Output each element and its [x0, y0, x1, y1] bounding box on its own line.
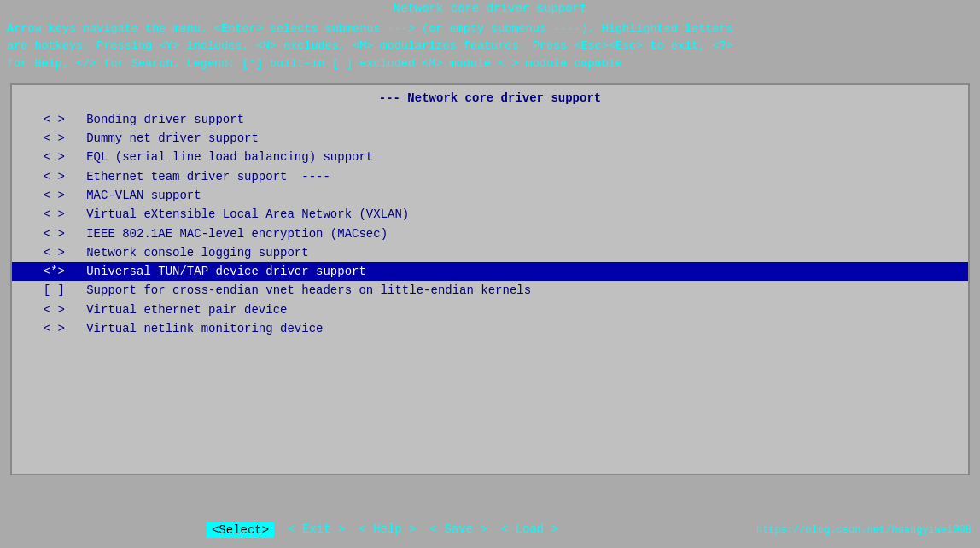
- select-button[interactable]: <Select>: [207, 522, 274, 538]
- menu-item[interactable]: < > Bonding driver support: [12, 110, 968, 129]
- exit-button[interactable]: < Exit >: [288, 522, 345, 538]
- menu-item[interactable]: < > Virtual eXtensible Local Area Networ…: [12, 205, 968, 224]
- menu-item[interactable]: < > Virtual ethernet pair device: [12, 300, 968, 319]
- menu-item[interactable]: <*> Universal TUN/TAP device driver supp…: [12, 262, 968, 281]
- menu-item[interactable]: < > Ethernet team driver support ----: [12, 167, 968, 186]
- info-box: Arrow keys navigate the menu. <Enter> se…: [0, 17, 980, 76]
- menu-item[interactable]: < > IEEE 802.1AE MAC-level encryption (M…: [12, 224, 968, 243]
- menu-item[interactable]: < > MAC-VLAN support: [12, 186, 968, 205]
- load-button[interactable]: < Load >: [501, 522, 558, 538]
- top-bar-title: Network core driver support: [394, 2, 587, 15]
- bottom-bar: <Select> < Exit > < Help > < Save > < Lo…: [0, 512, 980, 548]
- top-bar: Network core driver support: [0, 0, 980, 17]
- menu-item[interactable]: < > Network console logging support: [12, 243, 968, 262]
- menu-item[interactable]: < > Dummy net driver support: [12, 129, 968, 148]
- save-button[interactable]: < Save >: [430, 522, 487, 538]
- menu-title: --- Network core driver support: [12, 91, 968, 105]
- menu-item[interactable]: < > EQL (serial line load balancing) sup…: [12, 148, 968, 166]
- help-button[interactable]: < Help >: [359, 522, 416, 538]
- menu-list: < > Bonding driver support < > Dummy net…: [12, 110, 968, 339]
- bottom-buttons: <Select> < Exit > < Help > < Save > < Lo…: [9, 522, 756, 538]
- menu-item[interactable]: < > Virtual netlink monitoring device: [12, 319, 968, 338]
- info-line2: are hotkeys. Pressing <Y> includes, <N> …: [7, 38, 973, 55]
- menu-item[interactable]: [ ] Support for cross-endian vnet header…: [12, 281, 968, 300]
- watermark: https://blog.csdn.net/huangyiwei998: [756, 524, 971, 536]
- info-line1: Arrow keys navigate the menu. <Enter> se…: [7, 20, 973, 38]
- info-line3: for Help, </> for Search. Legend: [*] bu…: [7, 55, 973, 73]
- main-area: --- Network core driver support < > Bond…: [10, 83, 970, 475]
